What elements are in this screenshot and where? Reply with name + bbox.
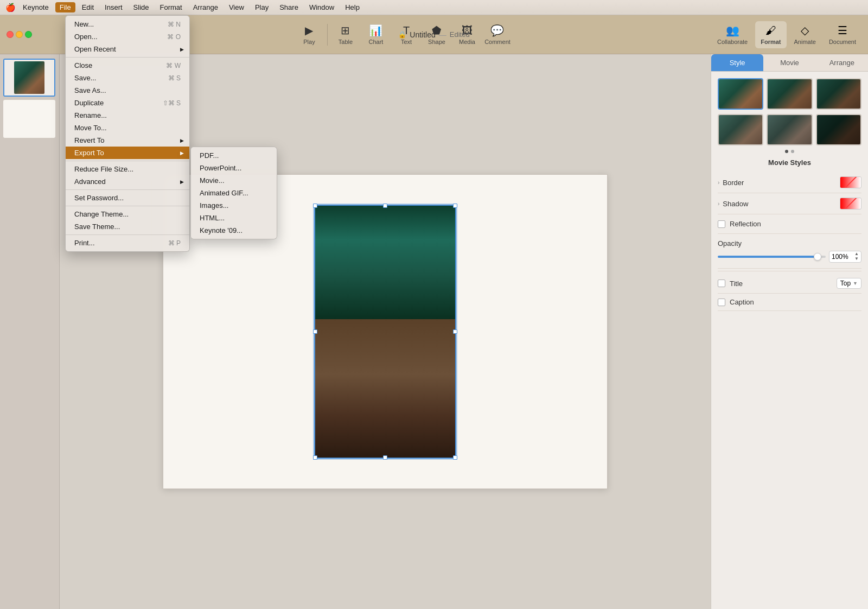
style-thumb-5-inner <box>768 115 811 144</box>
apple-menu[interactable]: 🍎 <box>4 2 16 14</box>
slide-panel[interactable]: 1 2 <box>0 54 60 609</box>
menu-reduce-file-size[interactable]: Reduce File Size... <box>66 163 189 175</box>
document-title[interactable]: Untitled <box>410 30 435 39</box>
table-button[interactable]: ⊞ Table <box>331 19 360 50</box>
opacity-slider-thumb[interactable] <box>814 253 821 261</box>
sel-handle-mr[interactable] <box>453 329 457 334</box>
menubar-insert[interactable]: Insert <box>100 2 127 12</box>
sel-handle-br[interactable] <box>453 455 457 460</box>
comment-label: Comment <box>484 39 510 45</box>
video-element-container[interactable] <box>314 205 456 459</box>
menu-revert-to[interactable]: Revert To <box>66 134 189 147</box>
opacity-slider-container: 100% ▲ ▼ <box>718 251 861 263</box>
menubar-play[interactable]: Play <box>251 2 273 12</box>
style-thumb-2[interactable] <box>767 78 812 110</box>
play-button[interactable]: ▶ Play <box>295 19 324 50</box>
caption-checkbox[interactable] <box>718 299 725 306</box>
style-thumb-6[interactable] <box>816 114 861 145</box>
style-thumb-3[interactable] <box>816 78 861 110</box>
maximize-button[interactable] <box>25 31 32 38</box>
collaborate-button[interactable]: 👥 Collaborate <box>712 21 753 48</box>
menu-open-recent[interactable]: Open Recent <box>66 43 189 55</box>
reflection-row: Reflection <box>718 214 861 234</box>
style-thumb-1-inner <box>719 79 762 109</box>
menu-advanced[interactable]: Advanced <box>66 175 189 188</box>
document-button[interactable]: ☰ Document <box>824 21 861 48</box>
title-label: Title <box>730 280 837 288</box>
menu-change-theme[interactable]: Change Theme... <box>66 208 189 220</box>
export-keynote09[interactable]: Keynote '09... <box>191 224 277 237</box>
video-element[interactable] <box>314 205 456 459</box>
tab-arrange[interactable]: Arrange <box>816 54 868 71</box>
sel-handle-tm[interactable] <box>383 204 387 208</box>
menu-open[interactable]: Open... ⌘ O <box>66 30 189 43</box>
sel-handle-bm[interactable] <box>383 455 387 460</box>
caption-row: Caption <box>718 294 861 311</box>
menu-save-theme[interactable]: Save Theme... <box>66 220 189 233</box>
style-thumb-5[interactable] <box>767 114 812 145</box>
comment-button[interactable]: 💬 Comment <box>483 19 512 50</box>
opacity-down-arrow[interactable]: ▼ <box>854 257 859 262</box>
document-icon: ☰ <box>838 24 847 37</box>
export-powerpoint[interactable]: PowerPoint... <box>191 162 277 174</box>
menubar-view[interactable]: View <box>225 2 248 12</box>
opacity-value-box[interactable]: 100% ▲ ▼ <box>829 251 861 263</box>
format-button[interactable]: 🖌 Format <box>755 21 786 48</box>
right-panel-content: ‹ › Movie Styles › Border › Shado <box>711 72 868 609</box>
menu-close[interactable]: Close ⌘ W <box>66 59 189 72</box>
title-position-dropdown[interactable]: Top ▼ <box>837 278 861 289</box>
export-html[interactable]: HTML... <box>191 212 277 224</box>
menubar-keynote[interactable]: Keynote <box>18 2 53 12</box>
menu-move-to[interactable]: Move To... <box>66 122 189 134</box>
menubar-edit[interactable]: Edit <box>78 2 98 12</box>
menubar-slide[interactable]: Slide <box>129 2 154 12</box>
style-thumb-2-inner <box>768 79 811 109</box>
menu-rename[interactable]: Rename... <box>66 109 189 122</box>
menu-save-as[interactable]: Save As... <box>66 84 189 97</box>
style-nav-right[interactable]: › <box>864 101 868 123</box>
title-checkbox[interactable] <box>718 280 725 287</box>
reflection-checkbox[interactable] <box>718 220 725 228</box>
sel-handle-tl[interactable] <box>313 204 317 208</box>
title-dropdown-arrow: ▼ <box>853 281 858 286</box>
slide-thumb-2[interactable] <box>3 100 55 138</box>
document-status: Edited <box>450 30 470 39</box>
menubar-file[interactable]: File <box>55 2 75 12</box>
menu-save[interactable]: Save... ⌘ S <box>66 72 189 84</box>
tab-movie[interactable]: Movie <box>763 54 815 71</box>
sel-handle-ml[interactable] <box>313 329 317 334</box>
tab-style[interactable]: Style <box>711 54 763 71</box>
style-nav-left[interactable]: ‹ <box>711 101 716 123</box>
menubar-window[interactable]: Window <box>305 2 339 12</box>
slide-thumb-1[interactable] <box>3 59 55 97</box>
sel-handle-bl[interactable] <box>313 455 317 460</box>
menu-export-to[interactable]: Export To PDF... PowerPoint... Movie... … <box>66 147 189 159</box>
menu-print[interactable]: Print... ⌘ P <box>66 237 189 249</box>
animate-button[interactable]: ◇ Animate <box>789 21 821 48</box>
style-thumb-4[interactable] <box>718 114 763 145</box>
export-images[interactable]: Images... <box>191 199 277 212</box>
border-label: Border <box>723 179 840 187</box>
export-animated-gif[interactable]: Animated GIF... <box>191 187 277 199</box>
export-movie[interactable]: Movie... <box>191 174 277 187</box>
sel-handle-tr[interactable] <box>453 204 457 208</box>
collaborate-label: Collaborate <box>717 39 748 45</box>
shadow-swatch[interactable] <box>840 198 861 210</box>
opacity-stepper[interactable]: ▲ ▼ <box>854 252 859 262</box>
menubar-help[interactable]: Help <box>341 2 364 12</box>
media-label: Media <box>459 39 475 45</box>
menu-new[interactable]: New... ⌘ N <box>66 18 189 30</box>
menubar-arrange[interactable]: Arrange <box>189 2 222 12</box>
close-button[interactable] <box>7 31 14 38</box>
menubar-format[interactable]: Format <box>156 2 187 12</box>
style-thumb-1[interactable] <box>718 78 763 110</box>
opacity-slider[interactable] <box>718 256 826 258</box>
menu-duplicate[interactable]: Duplicate ⇧⌘ S <box>66 97 189 109</box>
border-swatch[interactable] <box>840 176 861 188</box>
menubar-share[interactable]: Share <box>275 2 303 12</box>
chart-button[interactable]: 📊 Chart <box>361 19 391 50</box>
minimize-button[interactable] <box>16 31 23 38</box>
menu-set-password[interactable]: Set Password... <box>66 192 189 204</box>
shadow-chevron-icon: › <box>718 201 719 207</box>
export-pdf[interactable]: PDF... <box>191 149 277 162</box>
